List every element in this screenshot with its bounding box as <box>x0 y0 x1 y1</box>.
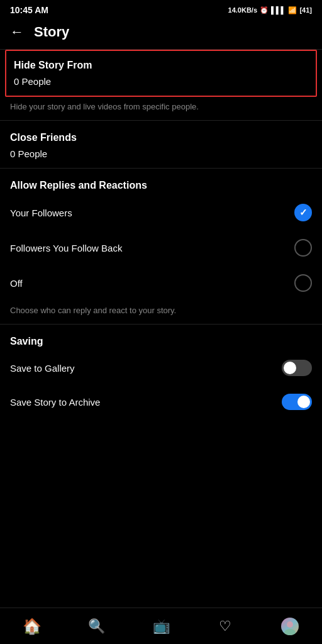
save-story-archive-row[interactable]: Save Story to Archive <box>0 385 322 419</box>
back-button[interactable]: ← <box>10 24 24 40</box>
heart-icon: ♡ <box>219 618 231 635</box>
close-friends-value: 0 People <box>10 148 312 159</box>
allow-replies-desc: Choose who can reply and react to your s… <box>0 301 322 324</box>
option-followers-follow-back[interactable]: Followers You Follow Back <box>0 230 322 265</box>
hide-story-value: 0 People <box>14 76 308 87</box>
save-to-gallery-row[interactable]: Save to Gallery <box>0 351 322 385</box>
hide-story-desc: Hide your story and live videos from spe… <box>0 97 322 120</box>
nav-profile[interactable] <box>258 608 322 644</box>
save-story-archive-knob <box>297 396 310 408</box>
allow-replies-title: Allow Replies and Reactions <box>0 169 322 195</box>
radio-your-followers[interactable] <box>294 204 312 221</box>
option-your-followers[interactable]: Your Followers <box>0 195 322 230</box>
status-bar: 10:45 AM 14.0KB/s ⏰ ▌▌▌ 📶 [41] <box>0 0 322 18</box>
nav-home[interactable]: 🏠 <box>0 608 64 644</box>
svg-point-0 <box>287 621 293 628</box>
option-off[interactable]: Off <box>0 265 322 301</box>
hide-story-section[interactable]: Hide Story From 0 People <box>5 50 317 97</box>
reels-icon: 📺 <box>153 618 170 635</box>
signal-icon: ▌▌▌ <box>271 6 286 14</box>
bottom-nav: 🏠 🔍 📺 ♡ <box>0 608 322 644</box>
saving-title: Saving <box>0 325 322 351</box>
option-off-label: Off <box>10 278 23 289</box>
hide-story-title: Hide Story From <box>14 60 308 71</box>
save-to-gallery-toggle[interactable] <box>282 360 312 376</box>
save-story-archive-toggle[interactable] <box>282 394 312 410</box>
radio-off[interactable] <box>294 274 312 292</box>
top-bar: ← Story <box>0 18 322 49</box>
nav-search[interactable]: 🔍 <box>64 608 128 644</box>
profile-avatar <box>281 618 299 635</box>
page-title: Story <box>34 24 69 40</box>
option-followers-follow-back-label: Followers You Follow Back <box>10 243 122 253</box>
search-icon: 🔍 <box>88 618 105 635</box>
close-friends-title: Close Friends <box>10 132 312 143</box>
home-icon: 🏠 <box>23 618 42 635</box>
wifi-icon: 📶 <box>288 6 297 14</box>
network-speed: 14.0KB/s <box>228 6 257 14</box>
close-friends-section[interactable]: Close Friends 0 People <box>0 121 322 168</box>
battery-icon: [41] <box>299 6 312 14</box>
save-to-gallery-label: Save to Gallery <box>10 363 75 374</box>
status-right: 14.0KB/s ⏰ ▌▌▌ 📶 [41] <box>228 6 312 14</box>
svg-point-1 <box>284 629 296 635</box>
save-story-archive-label: Save Story to Archive <box>10 397 100 408</box>
option-your-followers-label: Your Followers <box>10 208 72 218</box>
save-to-gallery-knob <box>284 362 296 374</box>
status-time: 10:45 AM <box>10 5 48 15</box>
nav-reels[interactable]: 📺 <box>129 608 193 644</box>
nav-activity[interactable]: ♡ <box>193 608 257 644</box>
alarm-icon: ⏰ <box>260 6 269 14</box>
radio-followers-follow-back[interactable] <box>294 239 312 257</box>
